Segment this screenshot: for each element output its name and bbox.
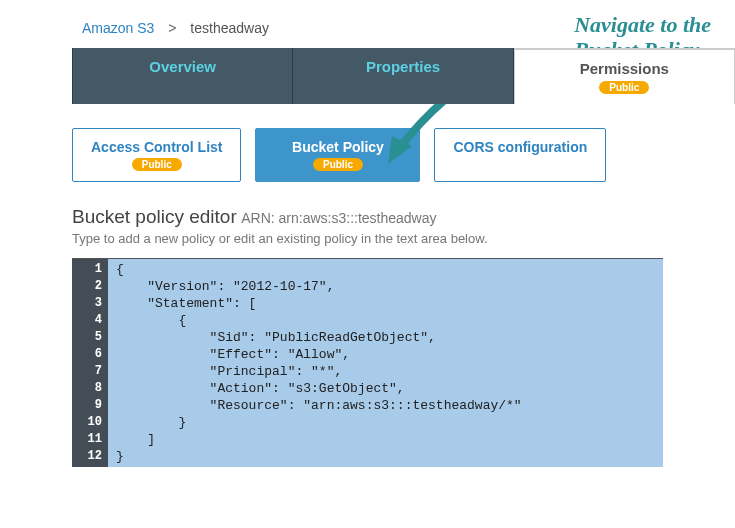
editor-subtitle: Type to add a new policy or edit an exis…: [72, 231, 663, 246]
chevron-right-icon: >: [168, 20, 176, 36]
breadcrumb-current: testheadway: [190, 20, 269, 36]
policy-editor[interactable]: 123456789101112 { "Version": "2012-10-17…: [72, 258, 663, 467]
subtab-bucket-policy-label: Bucket Policy: [274, 139, 401, 155]
subtab-acl-label: Access Control List: [91, 139, 222, 155]
tab-properties[interactable]: Properties: [293, 48, 513, 104]
main-tabs: Overview Properties Permissions Public: [0, 48, 735, 104]
subtab-bucket-policy[interactable]: Bucket Policy Public: [255, 128, 420, 182]
editor-title: Bucket policy editor: [72, 206, 237, 227]
tab-permissions-label: Permissions: [580, 60, 669, 77]
subtab-cors[interactable]: CORS configuration: [434, 128, 606, 182]
public-badge: Public: [599, 81, 649, 94]
subtab-cors-label: CORS configuration: [453, 139, 587, 155]
permissions-subtabs: Access Control List Public Bucket Policy…: [0, 104, 735, 206]
line-gutter: 123456789101112: [72, 259, 108, 467]
tab-overview[interactable]: Overview: [72, 48, 293, 104]
tab-permissions[interactable]: Permissions Public: [514, 48, 735, 104]
code-textarea[interactable]: { "Version": "2012-10-17", "Statement": …: [108, 259, 663, 467]
editor-section: Bucket policy editor ARN: arn:aws:s3:::t…: [0, 206, 735, 467]
subtab-acl[interactable]: Access Control List Public: [72, 128, 241, 182]
editor-arn: ARN: arn:aws:s3:::testheadway: [241, 210, 436, 226]
breadcrumb-root-link[interactable]: Amazon S3: [82, 20, 154, 36]
public-badge: Public: [132, 158, 182, 171]
annotation-line1: Navigate to the: [574, 12, 711, 37]
public-badge: Public: [313, 158, 363, 171]
tab-overview-label: Overview: [149, 58, 216, 75]
tab-properties-label: Properties: [366, 58, 440, 75]
